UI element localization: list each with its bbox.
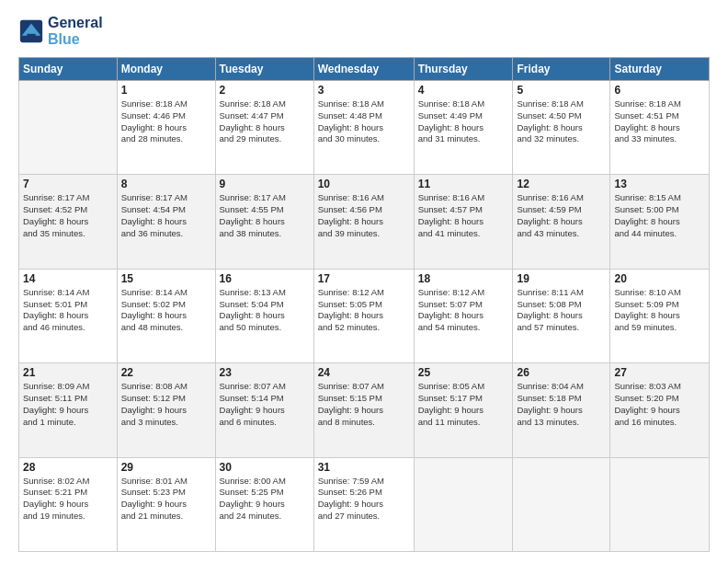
calendar-cell: 20Sunrise: 8:10 AM Sunset: 5:09 PM Dayli…	[610, 269, 710, 362]
day-number: 11	[418, 178, 509, 190]
day-number: 18	[418, 272, 509, 285]
day-number: 15	[121, 272, 211, 285]
day-number: 16	[220, 272, 310, 285]
day-info: Sunrise: 8:15 AM Sunset: 5:00 PM Dayligh…	[614, 192, 705, 239]
day-number: 6	[614, 84, 705, 97]
day-number: 12	[517, 178, 606, 190]
calendar-week-row: 14Sunrise: 8:14 AM Sunset: 5:01 PM Dayli…	[19, 269, 710, 362]
calendar-cell: 5Sunrise: 8:18 AM Sunset: 4:50 PM Daylig…	[513, 81, 610, 175]
calendar-cell	[513, 457, 610, 551]
day-number: 17	[318, 272, 410, 285]
calendar-cell: 10Sunrise: 8:16 AM Sunset: 4:56 PM Dayli…	[313, 175, 414, 269]
weekday-header: Thursday	[414, 58, 513, 81]
calendar-cell: 22Sunrise: 8:08 AM Sunset: 5:12 PM Dayli…	[117, 363, 215, 457]
day-info: Sunrise: 8:10 AM Sunset: 5:09 PM Dayligh…	[614, 287, 705, 334]
day-number: 4	[418, 84, 509, 97]
day-info: Sunrise: 8:17 AM Sunset: 4:54 PM Dayligh…	[121, 192, 211, 239]
day-info: Sunrise: 8:18 AM Sunset: 4:51 PM Dayligh…	[614, 98, 705, 145]
calendar-cell: 15Sunrise: 8:14 AM Sunset: 5:02 PM Dayli…	[117, 269, 215, 362]
day-info: Sunrise: 8:18 AM Sunset: 4:48 PM Dayligh…	[318, 98, 410, 145]
day-number: 26	[517, 366, 606, 379]
day-number: 31	[318, 461, 410, 474]
day-number: 13	[614, 178, 705, 190]
weekday-header: Sunday	[19, 58, 118, 81]
day-info: Sunrise: 8:17 AM Sunset: 4:52 PM Dayligh…	[23, 192, 113, 239]
day-number: 2	[220, 84, 310, 97]
day-number: 20	[614, 272, 705, 285]
day-info: Sunrise: 7:59 AM Sunset: 5:26 PM Dayligh…	[318, 476, 410, 523]
calendar-cell: 27Sunrise: 8:03 AM Sunset: 5:20 PM Dayli…	[610, 363, 710, 457]
calendar-cell	[414, 457, 513, 551]
calendar-cell: 21Sunrise: 8:09 AM Sunset: 5:11 PM Dayli…	[19, 363, 118, 457]
calendar-cell: 3Sunrise: 8:18 AM Sunset: 4:48 PM Daylig…	[313, 81, 414, 175]
calendar-cell: 14Sunrise: 8:14 AM Sunset: 5:01 PM Dayli…	[19, 269, 118, 362]
day-number: 19	[517, 272, 606, 285]
calendar-cell: 28Sunrise: 8:02 AM Sunset: 5:21 PM Dayli…	[19, 457, 118, 551]
day-number: 24	[318, 366, 410, 379]
day-info: Sunrise: 8:12 AM Sunset: 5:05 PM Dayligh…	[318, 287, 410, 334]
calendar-cell: 26Sunrise: 8:04 AM Sunset: 5:18 PM Dayli…	[513, 363, 610, 457]
day-info: Sunrise: 8:18 AM Sunset: 4:49 PM Dayligh…	[418, 98, 509, 145]
day-number: 9	[220, 178, 310, 190]
day-info: Sunrise: 8:14 AM Sunset: 5:01 PM Dayligh…	[23, 287, 113, 334]
day-info: Sunrise: 8:07 AM Sunset: 5:15 PM Dayligh…	[318, 381, 410, 428]
logo-text: General Blue	[48, 15, 103, 48]
calendar-cell: 17Sunrise: 8:12 AM Sunset: 5:05 PM Dayli…	[313, 269, 414, 362]
day-info: Sunrise: 8:11 AM Sunset: 5:08 PM Dayligh…	[517, 287, 606, 334]
day-info: Sunrise: 8:00 AM Sunset: 5:25 PM Dayligh…	[220, 476, 310, 523]
day-info: Sunrise: 8:02 AM Sunset: 5:21 PM Dayligh…	[23, 476, 113, 523]
weekday-header: Monday	[117, 58, 215, 81]
calendar-cell: 12Sunrise: 8:16 AM Sunset: 4:59 PM Dayli…	[513, 175, 610, 269]
day-info: Sunrise: 8:16 AM Sunset: 4:57 PM Dayligh…	[418, 192, 509, 239]
calendar-cell: 11Sunrise: 8:16 AM Sunset: 4:57 PM Dayli…	[414, 175, 513, 269]
calendar-week-row: 21Sunrise: 8:09 AM Sunset: 5:11 PM Dayli…	[19, 363, 710, 457]
day-info: Sunrise: 8:05 AM Sunset: 5:17 PM Dayligh…	[418, 381, 509, 428]
day-number: 23	[220, 366, 310, 379]
weekday-header: Friday	[513, 58, 610, 81]
calendar-cell: 25Sunrise: 8:05 AM Sunset: 5:17 PM Dayli…	[414, 363, 513, 457]
calendar-week-row: 7Sunrise: 8:17 AM Sunset: 4:52 PM Daylig…	[19, 175, 710, 269]
day-number: 7	[23, 178, 113, 190]
day-number: 14	[23, 272, 113, 285]
calendar-cell: 1Sunrise: 8:18 AM Sunset: 4:46 PM Daylig…	[117, 81, 215, 175]
day-info: Sunrise: 8:18 AM Sunset: 4:50 PM Dayligh…	[517, 98, 606, 145]
page-header: General Blue	[18, 15, 710, 48]
day-number: 22	[121, 366, 211, 379]
day-number: 8	[121, 178, 211, 190]
day-number: 25	[418, 366, 509, 379]
calendar-cell: 19Sunrise: 8:11 AM Sunset: 5:08 PM Dayli…	[513, 269, 610, 362]
day-number: 21	[23, 366, 113, 379]
day-info: Sunrise: 8:01 AM Sunset: 5:23 PM Dayligh…	[121, 476, 211, 523]
day-info: Sunrise: 8:18 AM Sunset: 4:46 PM Dayligh…	[121, 98, 211, 145]
calendar-cell: 16Sunrise: 8:13 AM Sunset: 5:04 PM Dayli…	[215, 269, 313, 362]
svg-rect-2	[27, 34, 35, 40]
calendar-week-row: 1Sunrise: 8:18 AM Sunset: 4:46 PM Daylig…	[19, 81, 710, 175]
calendar-header-row: SundayMondayTuesdayWednesdayThursdayFrid…	[19, 58, 710, 81]
logo: General Blue	[18, 15, 103, 48]
calendar-cell: 13Sunrise: 8:15 AM Sunset: 5:00 PM Dayli…	[610, 175, 710, 269]
day-info: Sunrise: 8:07 AM Sunset: 5:14 PM Dayligh…	[220, 381, 310, 428]
calendar-cell: 31Sunrise: 7:59 AM Sunset: 5:26 PM Dayli…	[313, 457, 414, 551]
weekday-header: Saturday	[610, 58, 710, 81]
calendar-week-row: 28Sunrise: 8:02 AM Sunset: 5:21 PM Dayli…	[19, 457, 710, 551]
logo-icon	[18, 18, 44, 44]
calendar-cell	[19, 81, 118, 175]
calendar-cell: 24Sunrise: 8:07 AM Sunset: 5:15 PM Dayli…	[313, 363, 414, 457]
day-number: 29	[121, 461, 211, 474]
day-number: 30	[220, 461, 310, 474]
day-number: 1	[121, 84, 211, 97]
day-info: Sunrise: 8:14 AM Sunset: 5:02 PM Dayligh…	[121, 287, 211, 334]
calendar-cell: 30Sunrise: 8:00 AM Sunset: 5:25 PM Dayli…	[215, 457, 313, 551]
day-number: 5	[517, 84, 606, 97]
day-number: 28	[23, 461, 113, 474]
calendar-cell: 7Sunrise: 8:17 AM Sunset: 4:52 PM Daylig…	[19, 175, 118, 269]
day-info: Sunrise: 8:12 AM Sunset: 5:07 PM Dayligh…	[418, 287, 509, 334]
calendar-cell: 2Sunrise: 8:18 AM Sunset: 4:47 PM Daylig…	[215, 81, 313, 175]
day-number: 27	[614, 366, 705, 379]
day-info: Sunrise: 8:18 AM Sunset: 4:47 PM Dayligh…	[220, 98, 310, 145]
calendar-cell: 29Sunrise: 8:01 AM Sunset: 5:23 PM Dayli…	[117, 457, 215, 551]
day-number: 3	[318, 84, 410, 97]
weekday-header: Tuesday	[215, 58, 313, 81]
day-info: Sunrise: 8:13 AM Sunset: 5:04 PM Dayligh…	[220, 287, 310, 334]
day-info: Sunrise: 8:04 AM Sunset: 5:18 PM Dayligh…	[517, 381, 606, 428]
